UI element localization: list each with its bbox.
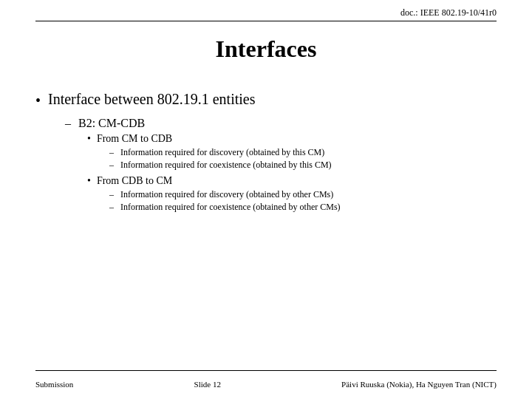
- bullet-dot-1: •: [87, 175, 91, 187]
- level2-item-0: – B2: CM-CDB: [35, 117, 497, 130]
- level3-label-1: From CDB to CM: [97, 175, 172, 187]
- top-border: [35, 21, 497, 21]
- level4-text-0-1: Information required for coexistence (ob…: [120, 160, 332, 170]
- bottom-border: [35, 370, 497, 371]
- level4-item-0-0: – Information required for discovery (ob…: [35, 147, 497, 158]
- main-bullet-text: Interface between 802.19.1 entities: [48, 91, 255, 108]
- dash-icon: –: [65, 117, 71, 129]
- level3-item-0: • From CM to CDB: [35, 133, 497, 145]
- footer-left: Submission: [35, 380, 73, 389]
- footer: Submission Slide 12 Päivi Ruuska (Nokia)…: [35, 380, 497, 389]
- level3-label-0: From CM to CDB: [97, 133, 172, 145]
- level4-item-1-1: – Information required for coexistence (…: [35, 202, 497, 213]
- dash-icon: –: [109, 202, 116, 212]
- dash-icon: –: [109, 147, 116, 157]
- main-bullet-item: • Interface between 802.19.1 entities: [35, 91, 497, 109]
- main-content: • Interface between 802.19.1 entities – …: [35, 83, 497, 213]
- level3-item-1: • From CDB to CM: [35, 175, 497, 187]
- doc-id: doc.: IEEE 802.19-10/41r0: [400, 7, 497, 18]
- level4-text-1-1: Information required for coexistence (ob…: [120, 202, 341, 212]
- footer-center: Slide 12: [194, 380, 221, 389]
- footer-right: Päivi Ruuska (Nokia), Ha Nguyen Tran (NI…: [341, 380, 497, 389]
- dash-icon: –: [109, 189, 116, 200]
- level2-label-0: B2: CM-CDB: [78, 117, 145, 129]
- level4-text-1-0: Information required for discovery (obta…: [120, 189, 333, 200]
- page: doc.: IEEE 802.19-10/41r0 Interfaces • I…: [0, 0, 532, 399]
- dash-icon: –: [109, 160, 116, 170]
- level4-item-1-0: – Information required for discovery (ob…: [35, 189, 497, 200]
- level4-text-0-0: Information required for discovery (obta…: [120, 147, 324, 157]
- bullet-symbol: •: [35, 92, 41, 109]
- bullet-dot-0: •: [87, 133, 91, 145]
- level4-item-0-1: – Information required for coexistence (…: [35, 160, 497, 171]
